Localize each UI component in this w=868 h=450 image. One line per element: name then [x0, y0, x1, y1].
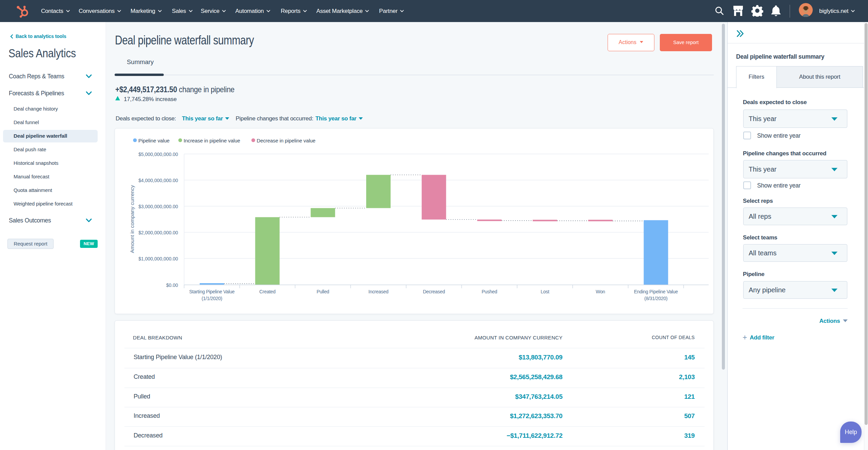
svg-text:Amount in company currency: Amount in company currency — [129, 185, 135, 253]
svg-text:$5,000,000,000.00: $5,000,000,000.00 — [138, 152, 178, 157]
svg-text:(8/31/2020): (8/31/2020) — [644, 296, 667, 301]
svg-text:Pulled: Pulled — [317, 289, 329, 294]
svg-text:Increased: Increased — [369, 289, 389, 294]
svg-text:(1/1/2020): (1/1/2020) — [201, 296, 222, 301]
svg-text:Lost: Lost — [540, 289, 549, 294]
svg-text:$4,000,000,000.00: $4,000,000,000.00 — [138, 178, 178, 183]
svg-text:Decreased: Decreased — [423, 289, 445, 294]
svg-text:Decrease in pipeline value: Decrease in pipeline value — [257, 138, 315, 143]
svg-text:$2,000,000,000.00: $2,000,000,000.00 — [138, 230, 178, 235]
svg-text:Won: Won — [596, 289, 605, 294]
svg-text:Starting Pipeline Value: Starting Pipeline Value — [189, 289, 235, 294]
svg-text:Increase in pipeline value: Increase in pipeline value — [184, 138, 240, 143]
svg-text:$3,000,000,000.00: $3,000,000,000.00 — [138, 204, 178, 209]
svg-text:Created: Created — [259, 289, 276, 294]
svg-text:Ending Pipeline Value: Ending Pipeline Value — [634, 289, 678, 294]
svg-text:Pushed: Pushed — [482, 289, 497, 294]
svg-text:Pipeline value: Pipeline value — [138, 138, 170, 143]
svg-text:$1,000,000,000.00: $1,000,000,000.00 — [138, 256, 178, 261]
svg-text:$0.00: $0.00 — [166, 282, 178, 288]
